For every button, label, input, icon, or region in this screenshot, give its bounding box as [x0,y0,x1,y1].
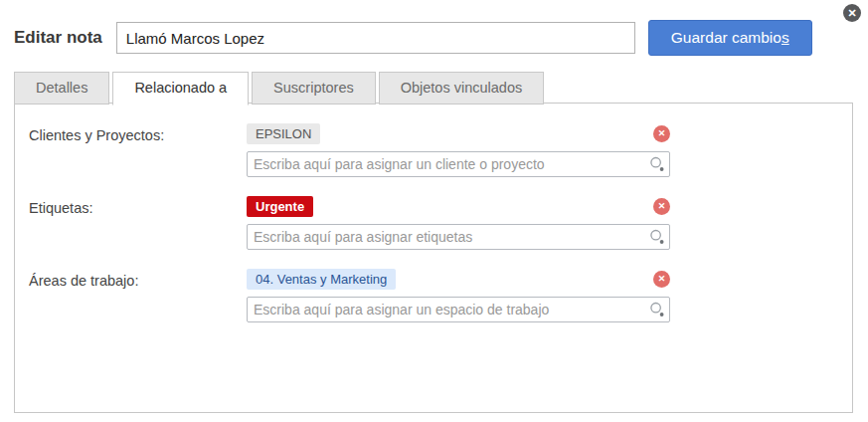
save-button[interactable]: Guardar cambios [648,20,812,56]
note-title-input[interactable] [116,22,635,54]
tab-bar: Detalles Relacionado a Suscriptores Obje… [14,72,547,105]
clients-projects-row: Clientes y Proyectos: EPSILON ✕ [29,123,838,177]
search-icon [649,302,665,317]
remove-label-icon[interactable]: ✕ [653,198,670,215]
clients-projects-search-wrap [247,151,670,177]
save-button-label: Guardar cambio [671,29,781,46]
client-tag[interactable]: EPSILON [247,123,320,144]
search-icon [649,156,665,172]
labels-tag-line: Urgente ✕ [247,196,670,217]
tab-suscriptores[interactable]: Suscriptores [252,72,376,105]
remove-client-icon[interactable]: ✕ [653,125,670,142]
remove-workspace-icon[interactable]: ✕ [653,271,670,288]
modal-title: Editar nota [14,28,102,48]
tab-detalles[interactable]: Detalles [14,72,109,105]
search-icon [649,229,665,245]
clients-projects-tag-line: EPSILON ✕ [247,123,670,144]
tab-objetos-vinculados[interactable]: Objetos vinculados [379,72,545,105]
related-to-panel: Clientes y Proyectos: EPSILON ✕ Etiqueta… [14,103,853,413]
labels-controls: Urgente ✕ [247,196,670,250]
labels-search-wrap [247,224,670,250]
workspaces-tag-line: 04. Ventas y Marketing ✕ [247,269,670,290]
clients-projects-search-input[interactable] [247,151,670,177]
labels-search-input[interactable] [247,224,670,250]
close-icon[interactable]: ✕ [843,4,861,22]
workspaces-label: Áreas de trabajo: [29,269,247,322]
labels-label: Etiquetas: [29,196,247,250]
labels-row: Etiquetas: Urgente ✕ [29,196,838,250]
workspaces-search-wrap [247,297,670,322]
clients-projects-controls: EPSILON ✕ [247,123,670,177]
workspaces-row: Áreas de trabajo: 04. Ventas y Marketing… [29,269,838,322]
workspaces-search-input[interactable] [247,297,670,322]
save-button-accesskey: s [781,29,789,46]
tab-relacionado-a[interactable]: Relacionado a [112,72,249,106]
workspaces-controls: 04. Ventas y Marketing ✕ [247,269,670,322]
label-tag[interactable]: Urgente [247,196,313,217]
clients-projects-label: Clientes y Proyectos: [29,123,247,177]
edit-note-modal: ✕ Editar nota Guardar cambios Detalles R… [0,0,868,422]
workspace-tag[interactable]: 04. Ventas y Marketing [247,269,396,290]
modal-header: Editar nota Guardar cambios [14,20,833,56]
